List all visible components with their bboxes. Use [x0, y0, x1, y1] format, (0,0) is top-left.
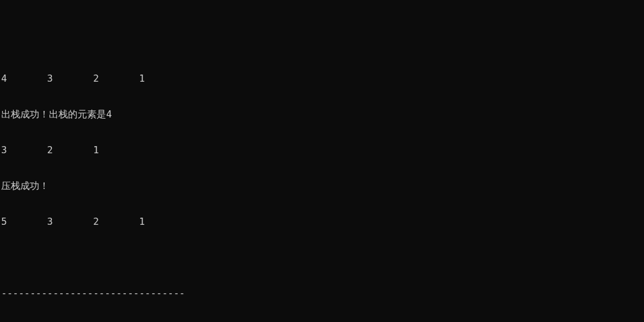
- output-line: 压栈成功！: [1, 180, 644, 192]
- console-terminal[interactable]: 4 3 2 1 出栈成功！出栈的元素是4 3 2 1 压栈成功！ 5 3 2 1…: [1, 49, 644, 322]
- output-line: 出栈成功！出栈的元素是4: [1, 109, 644, 120]
- output-line: 4 3 2 1: [1, 73, 644, 85]
- separator-line: --------------------------------: [1, 287, 644, 299]
- output-line: 5 3 2 1: [1, 216, 644, 228]
- output-line: 3 2 1: [1, 144, 644, 156]
- output-line: [1, 252, 644, 264]
